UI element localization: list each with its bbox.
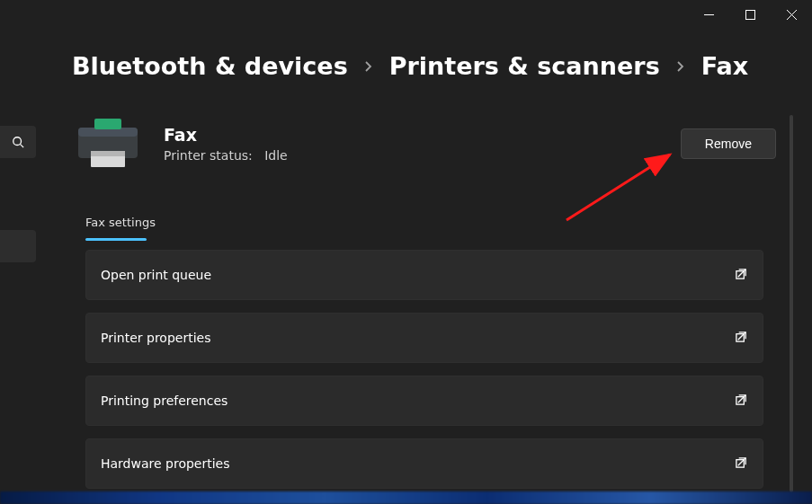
settings-list: Open print queue Printer properties Prin… — [85, 250, 763, 489]
svg-rect-10 — [91, 151, 125, 156]
close-button[interactable] — [771, 0, 812, 29]
printer-icon — [72, 112, 144, 175]
svg-line-5 — [21, 145, 24, 148]
row-label: Printer properties — [101, 331, 210, 345]
breadcrumb-level1[interactable]: Bluetooth & devices — [72, 52, 348, 80]
window-title-bar — [0, 0, 812, 29]
device-status-label: Printer status: — [164, 148, 253, 163]
printing-preferences-row[interactable]: Printing preferences — [85, 376, 763, 426]
open-external-icon — [735, 455, 748, 473]
breadcrumb: Bluetooth & devices Printers & scanners … — [72, 52, 748, 80]
open-print-queue-row[interactable]: Open print queue — [85, 250, 763, 300]
open-external-icon — [735, 393, 748, 410]
printer-properties-row[interactable]: Printer properties — [85, 313, 763, 363]
device-header: Fax Printer status: Idle Remove — [72, 112, 776, 175]
taskbar-glow — [0, 491, 812, 504]
svg-point-4 — [13, 137, 22, 146]
minimize-button[interactable] — [688, 0, 729, 29]
nav-stub[interactable] — [0, 230, 36, 262]
svg-rect-1 — [745, 10, 754, 19]
scrollbar[interactable] — [790, 115, 793, 492]
device-name: Fax — [164, 125, 288, 145]
row-label: Printing preferences — [101, 393, 228, 408]
search-nav-stub[interactable] — [0, 126, 36, 158]
chevron-right-icon — [676, 60, 685, 73]
breadcrumb-level2[interactable]: Printers & scanners — [389, 52, 660, 80]
hardware-properties-row[interactable]: Hardware properties — [85, 438, 763, 489]
maximize-button[interactable] — [729, 0, 771, 29]
open-external-icon — [735, 330, 748, 347]
svg-rect-8 — [94, 119, 121, 129]
chevron-right-icon — [364, 60, 373, 73]
section-heading: Fax settings — [85, 216, 156, 229]
section-underline — [85, 238, 147, 241]
device-status-value: Idle — [264, 148, 288, 163]
open-external-icon — [735, 267, 748, 284]
breadcrumb-current: Fax — [701, 52, 749, 80]
remove-button[interactable]: Remove — [681, 128, 776, 159]
row-label: Open print queue — [101, 268, 211, 282]
device-status: Printer status: Idle — [164, 148, 288, 163]
row-label: Hardware properties — [101, 456, 230, 471]
collapsed-nav-rail — [0, 126, 36, 262]
